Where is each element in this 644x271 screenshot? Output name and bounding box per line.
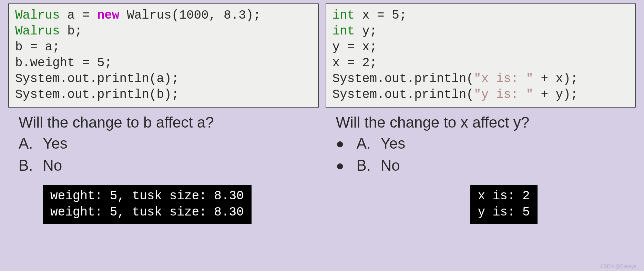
code-token: x = 5; (355, 8, 407, 22)
code-token: + y); (533, 88, 578, 102)
code-token: y = x; (333, 40, 377, 54)
output-left: weight: 5, tusk size: 8.30 weight: 5, tu… (43, 185, 252, 224)
code-token: Walrus(1000, 8.3); (119, 8, 260, 22)
options-left: A. Yes B. No (19, 132, 319, 177)
code-token: int (333, 24, 355, 38)
option-letter: B. (19, 154, 43, 177)
option-text: No (43, 154, 62, 177)
code-token: int (333, 8, 355, 22)
code-token: b; (60, 24, 82, 38)
option-letter: A. (19, 132, 43, 154)
option-text: No (381, 154, 400, 177)
options-right: ● A. Yes ● B. No (336, 132, 636, 177)
code-token: b.weight = 5; (15, 56, 112, 70)
code-token: Walrus (15, 8, 60, 22)
code-token: y; (355, 24, 377, 38)
option-b-right: ● B. No (336, 154, 636, 177)
code-token: b = a; (15, 40, 60, 54)
code-token: System.out.println( (333, 88, 474, 102)
code-token: a = (60, 8, 97, 22)
code-token: new (97, 8, 120, 22)
option-letter: A. (357, 132, 381, 154)
output-right: x is: 2 y is: 5 (470, 185, 538, 224)
option-text: Yes (381, 132, 406, 154)
watermark: CSDN @Eeeeye_ (600, 263, 639, 269)
bullet-icon: ● (336, 155, 357, 175)
code-token: + x); (533, 72, 578, 86)
code-token: x = 2; (333, 56, 377, 70)
code-token: System.out.println(b); (15, 88, 179, 102)
bullet-icon: ● (336, 133, 357, 153)
question-left: Will the change to b affect a? (19, 114, 319, 131)
code-token: "y is: " (474, 88, 533, 102)
code-block-right: int x = 5; int y; y = x; x = 2; System.o… (326, 3, 636, 108)
code-token: Walrus (15, 24, 60, 38)
option-letter: B. (357, 154, 381, 177)
question-right: Will the change to x affect y? (336, 114, 636, 131)
left-column: Walrus a = new Walrus(1000, 8.3); Walrus… (8, 3, 319, 224)
right-column: int x = 5; int y; y = x; x = 2; System.o… (326, 3, 636, 224)
option-a-right: ● A. Yes (336, 132, 636, 154)
code-block-left: Walrus a = new Walrus(1000, 8.3); Walrus… (8, 3, 319, 108)
code-token: System.out.println( (333, 72, 474, 86)
option-a-left: A. Yes (19, 132, 319, 154)
option-text: Yes (43, 132, 68, 154)
code-token: System.out.println(a); (15, 72, 179, 86)
option-b-left: B. No (19, 154, 319, 177)
code-token: "x is: " (474, 72, 533, 86)
